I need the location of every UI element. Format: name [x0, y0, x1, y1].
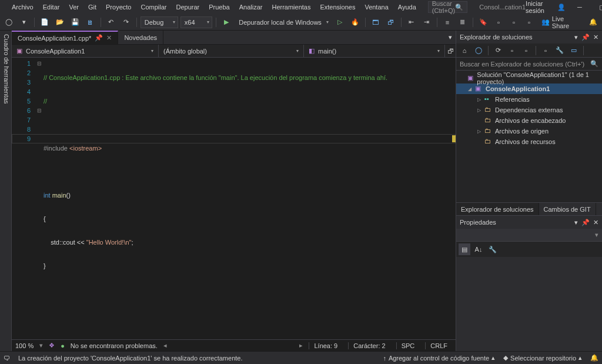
start-debug-button[interactable]: ▶	[220, 16, 233, 29]
categorized-button[interactable]: ▤	[459, 243, 470, 255]
menu-compilar[interactable]: Compilar	[136, 1, 171, 13]
panel-pin-icon[interactable]: 📌	[581, 219, 590, 226]
save-button[interactable]: 💾	[69, 16, 82, 29]
issues-text[interactable]: No se encontraron problemas.	[71, 342, 158, 349]
undo-button[interactable]: ↶	[105, 16, 118, 29]
nav-split-button[interactable]: 🗗	[445, 45, 456, 57]
output-icon[interactable]: 🗨	[4, 355, 10, 362]
expand-icon[interactable]: ▷	[476, 129, 482, 134]
ext-deps-node[interactable]: ▷ 🗀 Dependencias externas	[456, 105, 602, 115]
menu-proyecto[interactable]: Proyecto	[101, 1, 136, 13]
char-indicator[interactable]: Carácter: 2	[348, 342, 390, 349]
properties-selector[interactable]: ▾	[456, 229, 602, 242]
alphabetical-button[interactable]: A↓	[473, 243, 484, 255]
bk4-button[interactable]: ▫	[523, 16, 536, 29]
outdent-button[interactable]: ⇤	[405, 16, 418, 29]
menu-ver[interactable]: Ver	[64, 1, 83, 13]
menu-extensiones[interactable]: Extensiones	[315, 1, 360, 13]
headers-node[interactable]: 🗀 Archivos de encabezado	[456, 115, 602, 126]
fold-gutter[interactable]: ⊟⊟	[35, 58, 44, 339]
menu-editar[interactable]: Editar	[38, 1, 65, 13]
bookmark-button[interactable]: 🔖	[477, 16, 490, 29]
tab-solution-explorer[interactable]: Explorador de soluciones	[456, 203, 539, 215]
minimize-button[interactable]: ─	[571, 1, 588, 14]
panel-dropdown-icon[interactable]: ▾	[574, 219, 578, 226]
hscroll-right[interactable]: ▸	[299, 342, 303, 349]
notifications-button[interactable]: 🔔	[587, 16, 600, 29]
menu-prueba[interactable]: Prueba	[204, 1, 234, 13]
open-file-button[interactable]: 📂	[53, 16, 66, 29]
spc-indicator[interactable]: SPC	[396, 342, 420, 349]
menu-depurar[interactable]: Depurar	[171, 1, 204, 13]
menu-ventana[interactable]: Ventana	[360, 1, 393, 13]
se-wrench-button[interactable]: 🔧	[554, 45, 566, 56]
references-node[interactable]: ▷ ▪▪ Referencias	[456, 94, 602, 105]
signin-button[interactable]: Iniciar sesión 👤	[526, 0, 566, 14]
code-editor[interactable]: 123456789 ⊟⊟ // ConsoleApplication1.cpp …	[12, 58, 456, 339]
hot-reload-button[interactable]: 🔥	[349, 16, 362, 29]
se-home-button[interactable]: ⌂	[459, 45, 470, 56]
bk3-button[interactable]: ▫	[507, 16, 520, 29]
debugger-combo[interactable]: Depurador local de Windows	[235, 16, 331, 28]
menu-analizar[interactable]: Analizar	[235, 1, 267, 13]
line-indicator[interactable]: Línea: 9	[309, 342, 342, 349]
resources-node[interactable]: 🗀 Archivos de recursos	[456, 136, 602, 147]
start-nodebug-button[interactable]: ▷	[333, 16, 346, 29]
se-btn-a[interactable]: ▫	[506, 45, 518, 56]
menu-git[interactable]: Git	[83, 1, 101, 13]
hscroll-left[interactable]: ◂	[163, 342, 167, 349]
se-btn-c[interactable]: ▫	[540, 45, 551, 56]
menu-archivo[interactable]: Archivo	[7, 1, 38, 13]
crlf-indicator[interactable]: CRLF	[425, 342, 452, 349]
live-share-button[interactable]: 👥 Live Share	[538, 15, 584, 29]
se-sync-button[interactable]: ⟳	[492, 45, 504, 56]
zoom-dropdown-icon[interactable]: ▾	[39, 342, 43, 349]
panel-close-icon[interactable]: ✕	[593, 219, 598, 226]
global-search-input[interactable]: Buscar (Ctrl+Q) 🔍	[428, 1, 467, 13]
comment-button[interactable]: ≡	[441, 16, 454, 29]
new-project-button[interactable]: 📄	[38, 16, 51, 29]
redo-button[interactable]: ↷	[120, 16, 133, 29]
se-btn-b[interactable]: ▫	[520, 45, 532, 56]
tab-overflow-button[interactable]: ▾	[445, 31, 456, 44]
sln-node[interactable]: ▣ Solución "ConsoleApplication1" (1 de 1…	[456, 73, 602, 84]
source-text[interactable]: // ConsoleApplication1.cpp : Este archiv…	[44, 58, 456, 339]
save-all-button[interactable]: 🗎	[84, 16, 97, 29]
se-btn-d[interactable]: ▭	[568, 45, 580, 56]
toolbox-tab[interactable]: Cuadro de herramientas	[0, 31, 12, 351]
nav-project-combo[interactable]: ▣ ConsoleApplication1	[12, 45, 159, 57]
nav-fwd-button[interactable]: ▾	[18, 16, 31, 29]
source-node[interactable]: ▷ 🗀 Archivos de origen	[456, 126, 602, 136]
close-tab-icon[interactable]: ✕	[106, 34, 112, 42]
se-back-button[interactable]: ◯	[473, 45, 484, 56]
select-repo-button[interactable]: ◆ Seleccionar repositorio ▴	[503, 354, 582, 362]
expand-icon[interactable]: ▷	[476, 108, 482, 113]
nav-back-button[interactable]: ◯	[2, 16, 15, 29]
expand-icon[interactable]: ▷	[476, 97, 482, 102]
panel-dropdown-icon[interactable]: ▾	[574, 34, 578, 41]
panel-pin-icon[interactable]: 📌	[581, 34, 590, 41]
add-source-control-button[interactable]: ↑ Agregar al control de código fuente ▴	[383, 354, 495, 362]
platform-combo[interactable]: x64	[180, 16, 212, 28]
expand-icon[interactable]: ◢	[467, 86, 473, 92]
zoom-level[interactable]: 100 %	[15, 342, 34, 349]
pin-icon[interactable]: 📌	[95, 34, 103, 42]
config-combo[interactable]: Debug	[141, 16, 178, 28]
bk2-button[interactable]: ▫	[492, 16, 505, 29]
prop-pages-button[interactable]: 🔧	[487, 243, 499, 255]
tb-btn-b[interactable]: 🗗	[384, 16, 397, 29]
tab-novedades[interactable]: Novedades	[118, 31, 163, 44]
tab-git-changes[interactable]: Cambios de GIT	[539, 203, 596, 215]
se-search-input[interactable]: Buscar en Explorador de soluciones (Ctrl…	[456, 58, 602, 71]
maximize-button[interactable]: ▢	[594, 1, 602, 14]
notifications-button[interactable]: 🔔	[590, 354, 598, 362]
tb-btn-a[interactable]: 🗔	[369, 16, 382, 29]
panel-close-icon[interactable]: ✕	[593, 34, 598, 41]
menu-herramientas[interactable]: Herramientas	[267, 1, 315, 13]
nav-scope-combo[interactable]: (Ámbito global)	[159, 45, 304, 57]
tab-consoleapp-cpp[interactable]: ConsoleApplication1.cpp* 📌 ✕	[12, 31, 118, 44]
uncomment-button[interactable]: ≣	[456, 16, 469, 29]
nav-function-combo[interactable]: ◧ main()	[304, 45, 445, 57]
menu-ayuda[interactable]: Ayuda	[393, 1, 421, 13]
solution-tree[interactable]: ▣ Solución "ConsoleApplication1" (1 de 1…	[456, 71, 602, 202]
